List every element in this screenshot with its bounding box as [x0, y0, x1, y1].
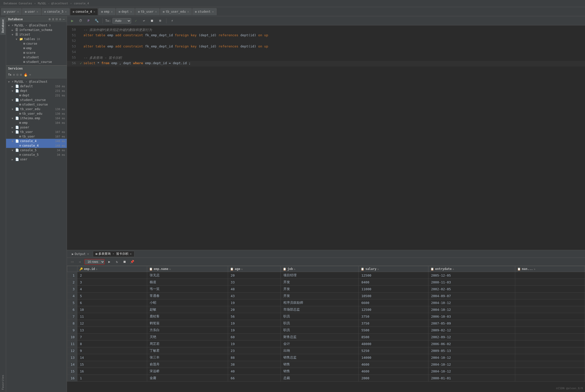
tab-close-icon[interactable]: ×: [212, 10, 214, 13]
svc-itheima-emp[interactable]: ▼ 📄 itheima.emp 104 ms: [6, 116, 67, 121]
table-row[interactable]: 161金庸66总裁20002000-01-01: [67, 375, 585, 382]
table-row[interactable]: 45常遇春43开发105002004-09-07: [67, 293, 585, 299]
undo-button[interactable]: ↩: [141, 18, 147, 24]
svc-console5-console[interactable]: ⊘ console_5 34 ms: [6, 152, 67, 157]
check-button[interactable]: ✓: [133, 18, 139, 24]
tab-close-icon[interactable]: ×: [17, 10, 19, 13]
next-page-button[interactable]: ▶: [106, 259, 112, 265]
breadcrumb-item[interactable]: console_4: [74, 2, 89, 5]
tab-student[interactable]: ⊞ student ×: [192, 8, 217, 15]
svc-mysql-server[interactable]: ▼ ⚡ MySQL - @localhost: [6, 79, 67, 84]
svc-dept[interactable]: ▼ 📄 dept 231 ms: [6, 89, 67, 93]
svc-console4-console[interactable]: ⊘ console_4 148 ms: [6, 143, 67, 148]
svc-yuser[interactable]: ▶ 📄 yuser: [6, 125, 67, 130]
tab-close-icon[interactable]: ×: [111, 10, 113, 13]
svc-dept-console[interactable]: ⊞ dept 231 ms: [6, 93, 67, 98]
tab-console5[interactable]: ⊘ console_5 ×: [42, 8, 70, 15]
tab-yuser[interactable]: ⊞ yuser ×: [1, 8, 22, 15]
tree-tables-folder[interactable]: ▼ 📁 tables 10: [6, 37, 67, 41]
stop-result-button[interactable]: ⏹: [122, 259, 128, 265]
svc-tb-user[interactable]: ▼ 📄 tb_user 107 ms: [6, 130, 67, 134]
wrench-button[interactable]: 🔧: [93, 18, 100, 24]
tab-dept[interactable]: ⊞ dept ×: [116, 8, 135, 15]
rows-per-page-select[interactable]: 16 rows 32 rows 64 rows: [84, 259, 105, 265]
col-job[interactable]: 📋job⇅: [281, 266, 359, 272]
svc-tb-user-edu-console[interactable]: ⊞ tb_user_edu 130 ms: [6, 111, 67, 116]
svc-emp-console[interactable]: ⊞ emp 104 ms: [6, 121, 67, 125]
table-row[interactable]: 23杨道33开发84002000-11-03: [67, 279, 585, 286]
svc-console4[interactable]: ▼ 📄 console_4 148 ms: [6, 139, 67, 143]
vtab-database[interactable]: Database: [0, 17, 6, 35]
svc-tb-user-edu[interactable]: ▼ 📄 tb_user_edu 130 ms: [6, 107, 67, 111]
pin-button[interactable]: 📌: [129, 259, 135, 265]
col-emp-id[interactable]: 🔑emp.id⇅: [77, 266, 147, 272]
refresh-button[interactable]: ↻: [114, 259, 120, 265]
breadcrumb-item[interactable]: MySQL - @localhost: [38, 2, 68, 5]
tree-student-course[interactable]: ⊞ student_course: [6, 60, 67, 64]
table-row[interactable]: 129丁敏君23出纳52502009-05-13: [67, 347, 585, 354]
first-page-button[interactable]: ⏮: [69, 259, 75, 265]
table-row[interactable]: 12张无忌20项目经理125002005-12-05: [67, 272, 585, 279]
split-icon[interactable]: ⊟: [56, 17, 58, 21]
tab-user[interactable]: ⊞ user ×: [22, 8, 41, 15]
table-row[interactable]: 34韦一笑48开发110002002-02-05: [67, 286, 585, 293]
table-row[interactable]: 711鹿杖客56职员37502006-10-03: [67, 313, 585, 320]
col-age[interactable]: 📋age⇅: [228, 266, 281, 272]
col-salary[interactable]: 📋salary⇅: [359, 266, 428, 272]
table-row[interactable]: 1516宋远桥40销售46002004-10-12: [67, 368, 585, 375]
tree-student[interactable]: ⊞ student: [6, 55, 67, 60]
tab-tb-user-edu[interactable]: ⊞ tb_user_edu ×: [160, 8, 192, 15]
table-row[interactable]: 118周芷若19会计480002006-06-02: [67, 340, 585, 347]
tree-score[interactable]: ⊞ score: [6, 50, 67, 55]
tab-tb-user[interactable]: ⊞ tb_user ×: [135, 8, 160, 15]
filter-button[interactable]: ⚡: [169, 18, 176, 24]
svc-default[interactable]: ▶ 📄 default 150 ms: [6, 84, 67, 89]
tab-close-icon[interactable]: ×: [93, 10, 95, 13]
svc-user[interactable]: ▶ 📄 user: [6, 157, 67, 162]
col-emp-name[interactable]: 📋emp.name⇅: [147, 266, 228, 272]
svc-console5[interactable]: ▼ 📄 console_5 34 ms: [6, 148, 67, 152]
table-row[interactable]: 1314张三丰88销售总监140002004-10-12: [67, 354, 585, 361]
tree-course[interactable]: ⊞ course: [6, 41, 67, 46]
tab-close-icon[interactable]: ×: [187, 10, 189, 13]
tab-emp[interactable]: ⊞ emp ×: [98, 8, 115, 15]
vtab-favorites[interactable]: Favorites: [0, 373, 6, 392]
tab-close-icon[interactable]: ×: [130, 252, 132, 256]
tab-close-icon[interactable]: ×: [37, 10, 38, 13]
tab-close-icon[interactable]: ×: [87, 252, 89, 256]
data-table-wrap[interactable]: 🔑emp.id⇅ 📋emp.name⇅ 📋age⇅ 📋job⇅: [67, 266, 585, 392]
breadcrumb-item[interactable]: Database Consoles: [4, 2, 32, 5]
stop-button[interactable]: ⏹: [149, 18, 156, 24]
col-entrydate[interactable]: 📋entrydate⇅: [428, 266, 515, 272]
add-icon[interactable]: +: [29, 73, 31, 77]
tree-emp[interactable]: ⊞ emp: [6, 46, 67, 50]
editor-content[interactable]: 50 -- 添加外键约束并指定外键的删除和更新行为 51 alter table…: [67, 25, 585, 250]
result-tab-output[interactable]: ▶ Output ×: [69, 251, 92, 257]
tab-close-icon[interactable]: ×: [65, 10, 67, 13]
svc-tb-user-console[interactable]: ⊞ tb_user 107 ms: [6, 134, 67, 139]
align2-icon[interactable]: ⊟: [16, 73, 19, 77]
table-row[interactable]: 56小昭19程序员鼓励师66002004-10-12: [67, 299, 585, 306]
add-icon[interactable]: ⊕: [49, 17, 51, 21]
svc-student-course-console[interactable]: ⊞ student_course: [6, 102, 67, 107]
prev-page-button[interactable]: ◀: [77, 259, 83, 265]
align-icon[interactable]: ≡: [52, 17, 54, 21]
table-row[interactable]: 1415俞莲舟38销售46002004-10-12: [67, 361, 585, 368]
result-tab-cartesian[interactable]: ⊞ 多表查询 - 笛卡尔积 ×: [93, 251, 134, 257]
flame-icon[interactable]: 🔥: [24, 73, 28, 77]
tx-auto-select[interactable]: Auto Manual: [112, 18, 131, 24]
tree-itcast[interactable]: ▼ 🗄 itcast: [6, 32, 67, 37]
table-row[interactable]: 812鹤笔翁19职员37502007-05-09: [67, 320, 585, 327]
p-button[interactable]: P: [85, 18, 92, 24]
tab-close-icon[interactable]: ×: [155, 10, 157, 13]
collapse-icon[interactable]: —: [63, 17, 65, 21]
clock-button[interactable]: ⏱: [77, 18, 84, 24]
table-button[interactable]: ⊞: [157, 18, 164, 24]
table-row[interactable]: 913方东白19职员55002009-02-12: [67, 327, 585, 334]
tab-console4[interactable]: ⊘ console_4 ×: [70, 8, 98, 15]
run-button[interactable]: ▶: [69, 18, 76, 24]
settings-icon[interactable]: ⚙: [59, 17, 61, 21]
tree-info-schema[interactable]: ▶ 🗄 information_schema: [6, 28, 67, 32]
tab-close-icon[interactable]: ×: [130, 10, 132, 13]
tree-mysql-server[interactable]: ▼ ⚡ MySQL - @localhost 9: [6, 23, 67, 28]
